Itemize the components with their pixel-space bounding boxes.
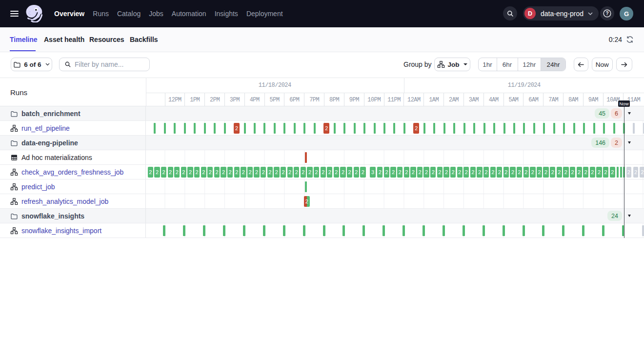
svg-text:?: ?: [605, 11, 608, 16]
